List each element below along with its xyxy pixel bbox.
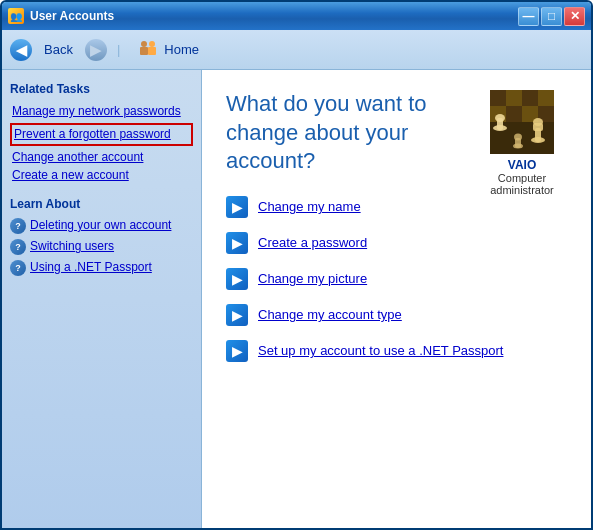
svg-point-15 [495, 114, 505, 122]
action-arrow-create-password: ▶ [226, 232, 248, 254]
maximize-button[interactable]: □ [541, 7, 562, 26]
learn-item-deleting-account: ? Deleting your own account [10, 217, 193, 234]
home-button[interactable]: Home [130, 37, 205, 63]
svg-point-0 [141, 41, 147, 47]
learn-item-switching-users: ? Switching users [10, 238, 193, 255]
sidebar-item-manage-network-passwords[interactable]: Manage my network passwords [10, 102, 193, 121]
user-card: VAIO Computer administrator [477, 90, 567, 196]
action-change-account-type[interactable]: ▶ Change my account type [226, 304, 567, 326]
main-window: 👥 User Accounts — □ ✕ ◀ Back ▶ | [0, 0, 593, 530]
svg-point-19 [533, 118, 543, 126]
action-setup-net-passport[interactable]: ▶ Set up my account to use a .NET Passpo… [226, 340, 567, 362]
sidebar-item-create-new-account[interactable]: Create a new account [10, 166, 193, 185]
action-label-change-name[interactable]: Change my name [258, 199, 361, 214]
learn-about-title: Learn About [10, 197, 193, 211]
action-label-setup-net-passport[interactable]: Set up my account to use a .NET Passport [258, 343, 503, 358]
learn-link-deleting-account[interactable]: Deleting your own account [30, 217, 171, 234]
main-area: VAIO Computer administrator What do you … [202, 70, 591, 528]
sidebar-item-prevent-forgotten-password[interactable]: Prevent a forgotten password [10, 123, 193, 146]
toolbar: ◀ Back ▶ | Home [2, 30, 591, 70]
action-change-picture[interactable]: ▶ Change my picture [226, 268, 567, 290]
svg-point-22 [514, 134, 522, 141]
minimize-button[interactable]: — [518, 7, 539, 26]
learn-link-net-passport[interactable]: Using a .NET Passport [30, 259, 152, 276]
action-label-change-account-type[interactable]: Change my account type [258, 307, 402, 322]
action-arrow-change-picture: ▶ [226, 268, 248, 290]
forward-arrow-icon: ▶ [85, 39, 107, 61]
learn-icon-net-passport: ? [10, 260, 26, 276]
close-button[interactable]: ✕ [564, 7, 585, 26]
title-bar: 👥 User Accounts — □ ✕ [2, 2, 591, 30]
learn-link-switching-users[interactable]: Switching users [30, 238, 114, 255]
back-arrow-icon: ◀ [10, 39, 32, 61]
user-avatar [490, 90, 554, 154]
action-arrow-change-name: ▶ [226, 196, 248, 218]
related-tasks-title: Related Tasks [10, 82, 193, 96]
window-icon: 👥 [8, 8, 24, 24]
action-label-change-picture[interactable]: Change my picture [258, 271, 367, 286]
svg-rect-6 [506, 90, 522, 106]
window-controls: — □ ✕ [518, 7, 585, 26]
svg-rect-5 [490, 90, 506, 106]
user-name: VAIO [477, 158, 567, 172]
action-create-password[interactable]: ▶ Create a password [226, 232, 567, 254]
user-role: Computer administrator [477, 172, 567, 196]
home-icon [136, 40, 160, 60]
svg-rect-8 [538, 90, 554, 106]
sidebar: Related Tasks Manage my network password… [2, 70, 202, 528]
action-arrow-change-account-type: ▶ [226, 304, 248, 326]
window-title: User Accounts [30, 9, 512, 23]
svg-rect-3 [148, 47, 156, 55]
content-area: Related Tasks Manage my network password… [2, 70, 591, 528]
action-label-create-password[interactable]: Create a password [258, 235, 367, 250]
learn-icon-deleting: ? [10, 218, 26, 234]
learn-icon-switching: ? [10, 239, 26, 255]
action-arrow-setup-net-passport: ▶ [226, 340, 248, 362]
sidebar-item-change-another-account[interactable]: Change another account [10, 148, 193, 167]
back-label: Back [44, 42, 73, 57]
learn-about-section: Learn About ? Deleting your own account … [10, 197, 193, 280]
home-label: Home [164, 42, 199, 57]
learn-item-net-passport: ? Using a .NET Passport [10, 259, 193, 276]
action-change-name[interactable]: ▶ Change my name [226, 196, 461, 218]
svg-rect-10 [506, 106, 522, 122]
svg-point-1 [149, 41, 155, 47]
user-avatar-image [490, 90, 554, 154]
svg-rect-7 [522, 90, 538, 106]
related-tasks-section: Related Tasks Manage my network password… [10, 82, 193, 185]
svg-rect-2 [140, 47, 148, 55]
back-button[interactable]: Back [36, 39, 81, 60]
